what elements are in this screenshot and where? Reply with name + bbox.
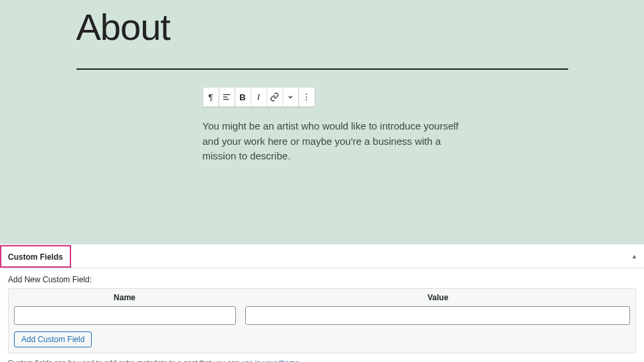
chevron-down-icon — [287, 94, 294, 100]
column-header-value: Value — [241, 289, 635, 306]
editor-canvas: About ¶ B I — [0, 0, 644, 244]
panel-title: Custom Fields — [8, 252, 63, 262]
custom-fields-table: Name Value Add Custom Field — [8, 288, 636, 353]
more-vertical-icon — [302, 92, 311, 102]
custom-field-value-input[interactable] — [245, 306, 630, 325]
add-custom-field-button[interactable]: Add Custom Field — [14, 331, 92, 347]
panel-title-highlight: Custom Fields — [0, 245, 71, 268]
custom-field-name-input[interactable] — [14, 306, 236, 325]
panel-header[interactable]: Custom Fields ▲ — [0, 244, 644, 268]
bold-button[interactable]: B — [235, 87, 251, 107]
separator-block[interactable] — [76, 68, 568, 70]
panel-toggle[interactable]: ▲ — [631, 253, 637, 260]
page-title[interactable]: About — [76, 5, 568, 48]
more-rich-text-button[interactable] — [282, 87, 299, 107]
align-left-icon — [222, 92, 231, 102]
use-in-theme-link[interactable]: use in your theme — [241, 359, 299, 362]
italic-icon: I — [257, 92, 260, 102]
paragraph-block[interactable]: You might be an artist who would like to… — [203, 119, 469, 164]
block-toolbar: ¶ B I — [203, 87, 315, 107]
link-icon — [270, 92, 279, 102]
svg-point-3 — [306, 94, 307, 95]
column-header-name: Name — [9, 289, 241, 306]
block-type-button[interactable]: ¶ — [203, 87, 219, 107]
custom-fields-panel: Custom Fields ▲ Add New Custom Field: Na… — [0, 244, 644, 362]
paragraph-icon: ¶ — [209, 92, 213, 102]
align-button[interactable] — [219, 87, 235, 107]
italic-button[interactable]: I — [251, 87, 267, 107]
bold-icon: B — [239, 92, 245, 102]
add-new-label: Add New Custom Field: — [8, 275, 636, 284]
help-suffix: . — [299, 359, 301, 362]
help-prefix: Custom fields can be used to add extra m… — [8, 359, 241, 362]
options-button[interactable] — [298, 87, 315, 107]
link-button[interactable] — [267, 87, 283, 107]
svg-point-5 — [306, 99, 307, 100]
triangle-up-icon: ▲ — [631, 253, 637, 260]
svg-point-4 — [306, 96, 307, 98]
help-text: Custom fields can be used to add extra m… — [8, 353, 636, 362]
